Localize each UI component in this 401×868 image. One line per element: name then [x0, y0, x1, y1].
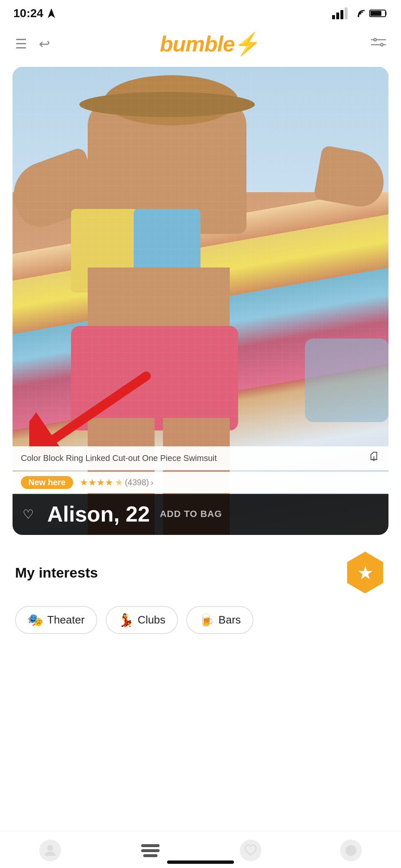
filter-icon[interactable]: [371, 35, 386, 53]
card-bottom-overlay: ♡ Alison, 22 ADD TO BAG: [13, 494, 388, 535]
interest-tags: 🎭 Theater 💃 Clubs 🍺 Bars: [0, 602, 401, 647]
home-indicator: [167, 860, 234, 864]
nav-item-messages[interactable]: [340, 840, 362, 861]
cards-nav-icon: [140, 840, 161, 861]
wifi-icon: [352, 9, 365, 18]
boost-star-icon: ★: [357, 562, 373, 583]
sliders-icon: [371, 35, 386, 50]
logo: bumble⚡: [160, 31, 261, 57]
svg-line-10: [54, 376, 146, 439]
nav-item-likes[interactable]: [240, 840, 261, 861]
svg-point-3: [374, 38, 376, 41]
svg-point-15: [345, 845, 356, 856]
likes-nav-icon: [240, 840, 261, 861]
back-icon[interactable]: ↩: [39, 36, 50, 52]
nav-items: [0, 840, 401, 861]
bars-label: Bars: [218, 613, 241, 626]
ad-right: [368, 451, 380, 466]
name-row: ♡ Alison, 22 ADD TO BAG: [23, 501, 378, 527]
logo-text: bumble⚡: [160, 31, 261, 57]
nav-item-cards[interactable]: [140, 840, 161, 861]
signal-bars-icon: [332, 8, 348, 19]
favorite-icon[interactable]: ♡: [23, 507, 34, 522]
profile-nav-icon: [39, 840, 61, 861]
ad-text: Color Block Ring Linked Cut-out One Piec…: [21, 453, 217, 463]
interests-title: My interests: [15, 565, 98, 581]
new-here-row: New here ★★★★ ★ (4398) ›: [13, 472, 388, 493]
interest-tag-clubs: 💃 Clubs: [106, 606, 178, 634]
stars-count: (4398): [125, 478, 149, 487]
battery-icon: [369, 9, 388, 18]
status-icons: [332, 8, 388, 19]
messages-nav-icon: [340, 840, 362, 861]
svg-point-14: [47, 845, 53, 851]
time-label: 10:24: [13, 7, 43, 20]
nav-item-profile[interactable]: [39, 840, 61, 861]
profile-name: Alison, 22: [47, 501, 150, 527]
clubs-label: Clubs: [138, 613, 165, 626]
svg-rect-2: [371, 11, 381, 16]
interests-section: My interests ★: [0, 535, 401, 602]
svg-point-0: [358, 15, 359, 17]
boost-button[interactable]: ★: [344, 552, 386, 593]
navigation-arrow-icon: [47, 9, 56, 18]
interest-tag-bars: 🍺 Bars: [186, 606, 253, 634]
status-bar: 10:24: [0, 0, 401, 25]
add-to-bag-button[interactable]: ADD TO BAG: [160, 509, 222, 519]
ad-banner: Color Block Ring Linked Cut-out One Piec…: [13, 446, 388, 470]
profile-card: Color Block Ring Linked Cut-out One Piec…: [13, 67, 388, 535]
theater-label: Theater: [47, 613, 85, 626]
bottom-nav: [0, 831, 401, 868]
share-icon[interactable]: [368, 451, 380, 466]
status-time: 10:24: [13, 7, 56, 20]
svg-point-4: [381, 43, 383, 46]
header: ☰ ↩ bumble⚡: [0, 25, 401, 63]
new-here-badge: New here: [21, 476, 73, 489]
header-left: ☰ ↩: [15, 36, 50, 52]
stars-row: ★★★★ ★ (4398) ›: [80, 477, 153, 488]
interest-tag-theater: 🎭 Theater: [15, 606, 97, 634]
menu-icon[interactable]: ☰: [15, 36, 27, 52]
arrow-annotation: [29, 364, 155, 456]
